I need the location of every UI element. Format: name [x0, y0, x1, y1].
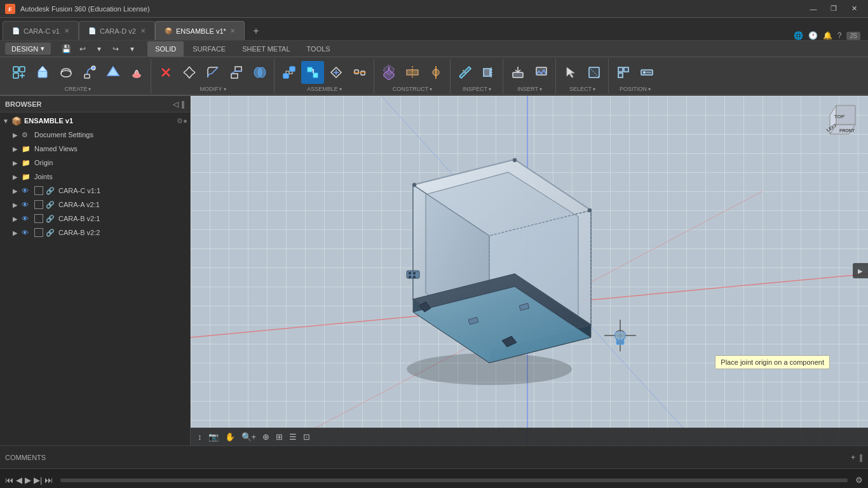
add-comment-icon[interactable]: + [851, 453, 855, 462]
visibility-checkbox[interactable] [34, 200, 43, 209]
modify-delete-button[interactable] [154, 61, 177, 84]
timeline-end-button[interactable]: ⏭ [44, 475, 53, 485]
expand-arrow[interactable]: ▶ [13, 229, 22, 236]
timeline-track[interactable] [60, 478, 848, 482]
browser-collapse-icon[interactable]: ◁ [173, 100, 179, 109]
browser-menu-icon[interactable]: ‖ [181, 100, 185, 109]
assemble-joint-button[interactable] [278, 61, 301, 84]
tab-surface[interactable]: SURFACE [185, 41, 233, 57]
look-button[interactable]: 📷 [207, 432, 220, 442]
create-loft-button[interactable] [102, 61, 125, 84]
position-display-settings-button[interactable] [635, 61, 658, 84]
undo-button[interactable]: ↩ [75, 41, 90, 57]
select-group-label[interactable]: SELECT ▾ [569, 86, 595, 92]
assemble-align-button[interactable] [348, 61, 371, 84]
viewcube[interactable]: TOP LEFT FRONT [817, 102, 862, 147]
browser-item-cara-c[interactable]: ▶ 👁 🔗 CARA-C v1:1 [0, 184, 190, 198]
create-pattern-button[interactable] [125, 61, 148, 84]
expand-arrow[interactable]: ▶ [13, 173, 22, 180]
construct-offset-plane-button[interactable] [377, 61, 400, 84]
settings-icon[interactable]: ⚙ [177, 117, 183, 125]
browser-item-cara-b2[interactable]: ▶ 👁 🔗 CARA-B v2:2 [0, 226, 190, 240]
eye-icon[interactable]: 👁 [22, 187, 32, 194]
expand-arrow[interactable]: ▶ [13, 146, 22, 152]
modify-fillet-button[interactable] [201, 61, 224, 84]
browser-item-joints[interactable]: ▶ 📁 Joints [0, 170, 190, 184]
tab-tools[interactable]: TOOLS [299, 41, 338, 57]
expand-arrow[interactable]: ▶ [13, 132, 22, 139]
zoom-in-button[interactable]: 🔍+ [240, 432, 259, 442]
expand-arrow[interactable]: ▶ [13, 159, 22, 166]
new-tab-button[interactable]: + [247, 22, 265, 40]
expand-arrow[interactable]: ▶ [13, 215, 22, 222]
assemble-group-label[interactable]: ASSEMBLE ▾ [307, 86, 342, 92]
design-button[interactable]: DESIGN ▾ [5, 43, 51, 55]
timeline-play-button[interactable]: ▶ [25, 475, 31, 485]
browser-item-cara-b1[interactable]: ▶ 👁 🔗 CARA-B v2:1 [0, 212, 190, 226]
modify-combine-button[interactable] [248, 61, 271, 84]
tab-cara-c[interactable]: 📄 CARA-C v1 ✕ [3, 21, 79, 40]
visibility-checkbox[interactable] [34, 214, 43, 223]
minimize-button[interactable]: — [804, 3, 822, 15]
more-display-button[interactable]: ⊡ [301, 432, 312, 442]
create-sweep-button[interactable] [78, 61, 101, 84]
tab-ensamble[interactable]: 📦 ENSAMBLE v1* ✕ [155, 21, 245, 40]
create-revolve-button[interactable] [55, 61, 78, 84]
select-box-button[interactable] [583, 61, 606, 84]
tab-close[interactable]: ✕ [230, 27, 235, 34]
undo-dropdown[interactable]: ▾ [92, 41, 107, 57]
pan-button[interactable]: ✋ [223, 432, 237, 442]
tab-cara-d[interactable]: 📄 CARA-D v2 ✕ [79, 21, 155, 40]
browser-item-cara-a[interactable]: ▶ 👁 🔗 CARA-A v2:1 [0, 198, 190, 212]
construct-group-label[interactable]: CONSTRUCT ▾ [393, 86, 433, 92]
orbit-button[interactable]: ↕ [196, 432, 204, 442]
construct-axis-button[interactable] [424, 61, 447, 84]
display-button[interactable]: ☰ [287, 432, 299, 442]
tab-close[interactable]: ✕ [140, 27, 146, 34]
redo-button[interactable]: ↪ [108, 41, 123, 57]
user-icon[interactable]: JS [846, 32, 860, 40]
inspect-interference-button[interactable] [477, 61, 500, 84]
modify-group-label[interactable]: MODIFY ▾ [200, 86, 226, 92]
tab-solid[interactable]: SOLID [147, 41, 184, 57]
insert-button[interactable] [506, 61, 529, 84]
insert-canvas-button[interactable] [530, 61, 553, 84]
expand-arrow[interactable]: ▶ [13, 201, 22, 208]
select-button[interactable] [559, 61, 582, 84]
viewport[interactable]: Place joint origin on a component TOP LE… [191, 96, 868, 445]
insert-group-label[interactable]: INSERT ▾ [517, 86, 542, 92]
help-icon[interactable]: ? [837, 31, 842, 40]
create-extrude-button[interactable] [31, 61, 54, 84]
expand-arrow[interactable]: ▶ [13, 187, 22, 194]
eye-icon[interactable]: 👁 [22, 201, 32, 208]
eye-icon[interactable]: 👁 [22, 215, 32, 222]
inspect-measure-button[interactable] [454, 61, 477, 84]
assemble-as-built-joint-button[interactable] [301, 61, 324, 84]
fit-button[interactable]: ⊕ [261, 432, 271, 442]
expand-arrow[interactable]: ▼ [3, 118, 11, 125]
timeline-settings-button[interactable]: ⚙ [855, 475, 863, 485]
timeline-start-button[interactable]: ⏮ [5, 475, 13, 485]
timeline-prev-button[interactable]: ◀ [16, 475, 22, 485]
browser-item-ensamble[interactable]: ▼ 📦 ENSAMBLE v1 ⚙ ● [0, 114, 190, 128]
tab-sheet-metal[interactable]: SHEET METAL [234, 41, 297, 57]
modify-move-button[interactable] [178, 61, 201, 84]
tab-close[interactable]: ✕ [64, 27, 69, 34]
timeline-next-button[interactable]: ▶| [34, 475, 42, 485]
browser-item-doc-settings[interactable]: ▶ ⚙ Document Settings [0, 128, 190, 142]
redo-dropdown[interactable]: ▾ [125, 41, 140, 57]
browser-item-origin[interactable]: ▶ 📁 Origin [0, 156, 190, 170]
visibility-checkbox[interactable] [34, 228, 43, 237]
visibility-checkbox[interactable] [34, 186, 43, 195]
close-button[interactable]: ✕ [845, 3, 863, 15]
clock-icon[interactable]: 🕐 [808, 31, 818, 40]
collapse-comments-icon[interactable]: ‖ [859, 453, 863, 462]
maximize-button[interactable]: ❐ [825, 3, 843, 15]
assemble-move-button[interactable] [325, 61, 348, 84]
construct-midplane-button[interactable] [401, 61, 424, 84]
position-grid-snap-button[interactable] [612, 61, 635, 84]
grid-button[interactable]: ⊞ [274, 432, 285, 442]
eye-icon[interactable]: 👁 [22, 229, 32, 236]
save-button[interactable]: 💾 [58, 41, 74, 57]
right-panel-collapse[interactable]: ▶ [854, 264, 867, 277]
